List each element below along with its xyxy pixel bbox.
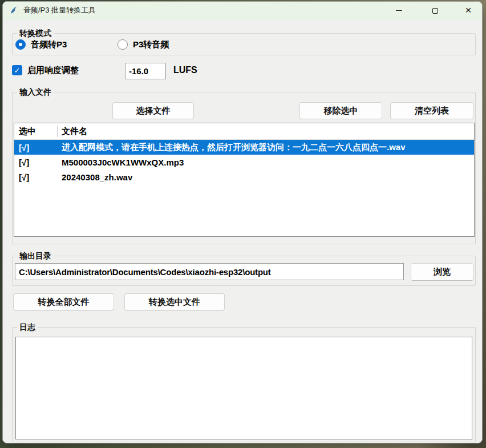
minimize-button[interactable] (386, 2, 411, 19)
app-window: 音频/P3 批量转换工具 × 转换模式 音频转P3 P3转音频 ✓ 启用响度调整… (2, 1, 483, 443)
close-icon: × (465, 5, 471, 15)
table-row[interactable]: [√] 20240308_zh.wav (14, 169, 474, 184)
mode-group: 转换模式 音频转P3 P3转音频 (12, 33, 476, 55)
browse-button[interactable]: 浏览 (411, 263, 473, 281)
convert-all-button[interactable]: 转换全部文件 (13, 293, 114, 310)
table-row[interactable]: [√] 进入配网模式，请在手机上连接热点，然后打开浏览器访问：一九二点一六八点四… (14, 140, 474, 155)
lufs-unit-label: LUFS (173, 65, 197, 75)
log-textarea[interactable] (15, 337, 472, 439)
output-dir-group: 输出目录 浏览 (12, 256, 476, 286)
loudness-label: 启用响度调整 (27, 65, 79, 76)
radio-p3-to-audio[interactable]: P3转音频 (118, 39, 169, 50)
row-checked-cell: [√] (14, 158, 57, 167)
row-filename-cell: 进入配网模式，请在手机上连接热点，然后打开浏览器访问：一九二点一六八点四点一.w… (57, 142, 406, 153)
convert-selected-button[interactable]: 转换选中文件 (124, 293, 225, 310)
remove-selected-button[interactable]: 移除选中 (299, 102, 382, 119)
column-separator[interactable] (57, 126, 58, 137)
table-header: 选中 文件名 (14, 123, 474, 140)
column-header-filename[interactable]: 文件名 (57, 126, 87, 137)
window-title: 音频/P3 批量转换工具 (23, 5, 96, 15)
mode-group-label: 转换模式 (17, 28, 54, 38)
checkbox-icon: ✓ (12, 65, 22, 75)
titlebar[interactable]: 音频/P3 批量转换工具 × (3, 2, 482, 19)
maximize-icon (432, 8, 438, 14)
row-checked-cell: [√] (14, 172, 57, 182)
python-feather-icon (9, 6, 18, 15)
maximize-button[interactable] (423, 2, 448, 19)
minimize-icon (396, 10, 402, 11)
radio-icon (15, 39, 26, 50)
radio-label: P3转音频 (133, 39, 169, 50)
output-dir-label: 输出目录 (17, 251, 54, 261)
output-path-input[interactable] (15, 263, 404, 280)
column-header-checked[interactable]: 选中 (14, 126, 57, 137)
table-row[interactable]: [√] M500003J0cWK1WWxQX.mp3 (14, 155, 474, 169)
clear-list-button[interactable]: 清空列表 (390, 102, 473, 119)
select-files-button[interactable]: 选择文件 (112, 102, 194, 119)
log-group: 日志 (12, 327, 476, 442)
input-files-group: 输入文件 选择文件 移除选中 清空列表 选中 文件名 [√] 进入配网模式，请在… (12, 92, 476, 244)
row-checked-cell: [√] (14, 143, 57, 152)
lufs-input[interactable] (125, 63, 166, 79)
loudness-checkbox[interactable]: ✓ 启用响度调整 (12, 64, 79, 76)
row-filename-cell: M500003J0cWK1WWxQX.mp3 (57, 158, 184, 167)
check-glyph: ✓ (14, 66, 21, 75)
radio-audio-to-p3[interactable]: 音频转P3 (15, 39, 67, 50)
close-button[interactable]: × (456, 2, 481, 19)
input-files-label: 输入文件 (17, 87, 54, 97)
log-label: 日志 (17, 322, 38, 332)
file-table: 选中 文件名 [√] 进入配网模式，请在手机上连接热点，然后打开浏览器访问：一九… (14, 123, 475, 237)
radio-label: 音频转P3 (31, 39, 67, 50)
radio-icon (118, 39, 128, 50)
row-filename-cell: 20240308_zh.wav (57, 172, 132, 182)
